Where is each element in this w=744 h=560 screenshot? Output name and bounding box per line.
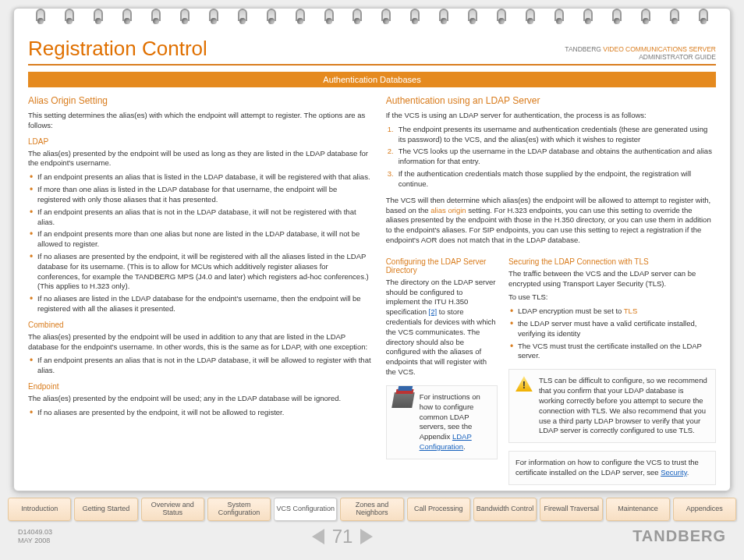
intro-text: This setting determines the alias(es) wi… bbox=[28, 111, 372, 131]
config-ldap-text: The directory on the LDAP server should … bbox=[386, 278, 498, 377]
list-item: If the authentication credentials match … bbox=[388, 169, 716, 190]
tab-introduction[interactable]: Introduction bbox=[8, 498, 71, 521]
tls-text-1: The traffic between the VCS and the LDAP… bbox=[508, 269, 716, 289]
document-page: Registration Control TANDBERG VIDEO COMM… bbox=[13, 8, 731, 491]
list-item: The VCS must trust the certificate insta… bbox=[510, 342, 716, 362]
heading-tls: Securing the LDAP Connection with TLS bbox=[508, 257, 716, 266]
prev-page-arrow[interactable] bbox=[312, 529, 324, 544]
note-box-security: For information on how to configure the … bbox=[508, 451, 716, 485]
heading-auth-ldap: Authentication using an LDAP Server bbox=[386, 95, 716, 106]
pager: 71 bbox=[312, 526, 374, 548]
list-item: the LDAP server must have a valid certif… bbox=[510, 319, 716, 339]
tab-maintenance[interactable]: Maintenance bbox=[606, 498, 669, 521]
heading-config-ldap: Configuring the LDAP Server Directory bbox=[386, 257, 498, 275]
nav-tabs: IntroductionGetting StartedOverview and … bbox=[8, 498, 736, 521]
next-page-arrow[interactable] bbox=[360, 529, 373, 544]
note-box-ldap-config: For instructions on how to configure com… bbox=[386, 385, 498, 459]
tab-call-processing[interactable]: Call Processing bbox=[407, 498, 470, 521]
tab-vcs-configuration[interactable]: VCS Configuration bbox=[274, 498, 337, 521]
tls-text-2: To use TLS: bbox=[508, 292, 716, 303]
list-item: If an endpoint presents an alias that is… bbox=[30, 172, 372, 183]
tab-overview-and-status[interactable]: Overview and Status bbox=[141, 498, 204, 521]
tab-getting-started[interactable]: Getting Started bbox=[74, 498, 137, 521]
section-bar: Authentication Databases bbox=[28, 72, 716, 87]
sub-left-column: Configuring the LDAP Server Directory Th… bbox=[386, 257, 498, 485]
spiral-binding bbox=[28, 5, 716, 29]
auth-post-text: The VCS will then determine which alias(… bbox=[386, 196, 716, 246]
page-header: Registration Control TANDBERG VIDEO COMM… bbox=[28, 32, 716, 66]
brand-logo: TANDBERG bbox=[632, 527, 726, 545]
heading-alias-origin: Alias Origin Setting bbox=[28, 95, 372, 106]
list-item: If an endpoint presents an alias that is… bbox=[30, 356, 372, 376]
heading-endpoint: Endpoint bbox=[28, 382, 372, 391]
tab-zones-and-neighbors[interactable]: Zones and Neighbors bbox=[340, 498, 403, 521]
ref-link[interactable]: [2] bbox=[429, 307, 438, 316]
list-item: If an endpoint presents more than one al… bbox=[30, 229, 372, 250]
alias-origin-link[interactable]: alias origin bbox=[430, 206, 466, 214]
list-item: If no aliases are presented by the endpo… bbox=[30, 408, 372, 418]
sub-columns: Configuring the LDAP Server Directory Th… bbox=[386, 257, 716, 485]
list-item: If an endpoint presents an alias that is… bbox=[30, 207, 372, 228]
security-link[interactable]: Security bbox=[661, 468, 687, 477]
note-box-tls-warning: TLS can be difficult to configure, so we… bbox=[508, 369, 716, 443]
combined-text: The alias(es) presented by the endpoint … bbox=[28, 332, 372, 353]
page-title: Registration Control bbox=[28, 37, 207, 61]
tab-bandwidth-control[interactable]: Bandwidth Control bbox=[473, 498, 537, 521]
page-footer: D14049.03 MAY 2008 71 TANDBERG bbox=[13, 526, 731, 548]
auth-intro: If the VCS is using an LDAP server for a… bbox=[386, 111, 716, 121]
ldap-list: If an endpoint presents an alias that is… bbox=[28, 172, 372, 314]
list-item: The endpoint presents its username and a… bbox=[388, 125, 716, 145]
heading-combined: Combined bbox=[28, 321, 372, 329]
content-columns: Alias Origin Setting This setting determ… bbox=[28, 95, 716, 485]
list-item: The VCS looks up the username in the LDA… bbox=[388, 147, 716, 167]
heading-ldap: LDAP bbox=[28, 137, 372, 146]
right-column: Authentication using an LDAP Server If t… bbox=[386, 95, 716, 485]
books-icon bbox=[391, 392, 415, 408]
tab-appendices[interactable]: Appendices bbox=[673, 498, 736, 521]
sub-right-column: Securing the LDAP Connection with TLS Th… bbox=[508, 257, 716, 485]
auth-steps: The endpoint presents its username and a… bbox=[386, 125, 716, 192]
tls-link[interactable]: TLS bbox=[624, 307, 637, 315]
list-item: If no aliases are listed in the LDAP dat… bbox=[30, 294, 372, 314]
endpoint-text: The alias(es) presented by the endpoint … bbox=[28, 394, 372, 404]
list-item: LDAP encryption must be set to TLS bbox=[510, 307, 716, 317]
left-column: Alias Origin Setting This setting determ… bbox=[28, 95, 372, 485]
tls-list: LDAP encryption must be set to TLS the L… bbox=[508, 307, 716, 361]
guide-label: TANDBERG VIDEO COMMUNICATIONS SERVER ADM… bbox=[565, 45, 716, 61]
list-item: If no aliases are presented by the endpo… bbox=[30, 252, 372, 292]
warning-icon bbox=[515, 376, 533, 392]
combined-list: If an endpoint presents an alias that is… bbox=[28, 356, 372, 376]
footer-docinfo: D14049.03 MAY 2008 bbox=[18, 528, 52, 545]
list-item: If more than one alias is listed in the … bbox=[30, 185, 372, 205]
page-number: 71 bbox=[332, 526, 353, 548]
endpoint-list: If no aliases are presented by the endpo… bbox=[28, 408, 372, 418]
tab-system-configuration[interactable]: System Configuration bbox=[207, 498, 271, 521]
ldap-text: The alias(es) presented by the endpoint … bbox=[28, 149, 372, 169]
tab-firewall-traversal[interactable]: Firewall Traversal bbox=[540, 498, 603, 521]
